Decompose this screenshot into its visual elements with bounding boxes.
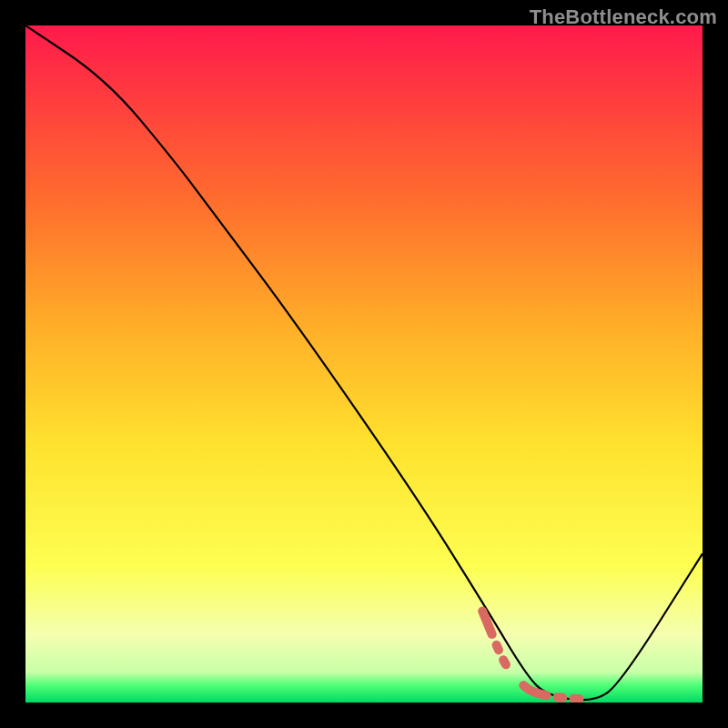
gradient-background xyxy=(25,25,703,703)
chart-svg xyxy=(25,25,703,703)
chart-frame: TheBottleneck.com xyxy=(0,0,728,728)
plot-area xyxy=(25,25,703,703)
